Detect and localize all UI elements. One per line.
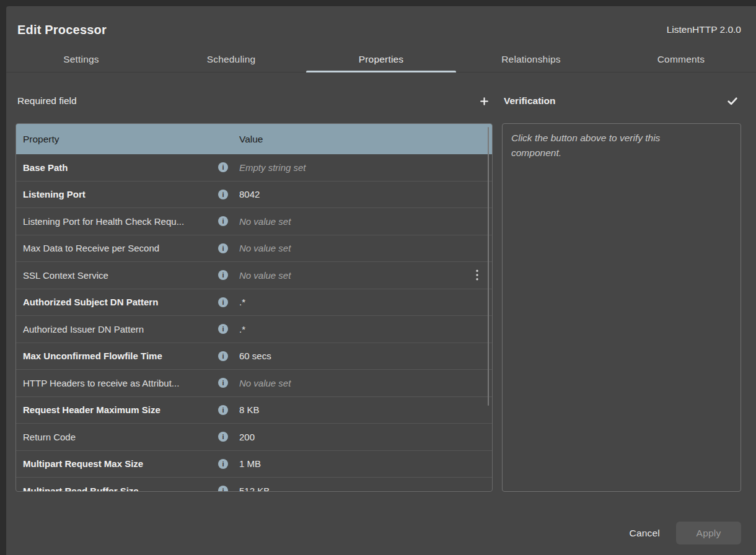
table-row[interactable]: Authorized Issuer DN Pattern i .* [16,316,492,343]
property-name-label: Max Data to Receive per Second [23,243,218,253]
property-value: 8042 [239,189,485,199]
info-icon[interactable]: i [218,270,228,280]
tab-scheduling[interactable]: Scheduling [156,47,306,72]
table-row[interactable]: Max Unconfirmed Flowfile Time i 60 secs [16,343,492,370]
table-row[interactable]: HTTP Headers to receive as Attribut... i… [16,370,492,397]
info-icon[interactable]: i [218,459,228,469]
info-icon[interactable]: i [218,216,228,226]
add-property-button[interactable] [473,90,495,112]
info-icon[interactable]: i [218,405,228,415]
processor-type-version: ListenHTTP 2.0.0 [667,24,741,35]
kebab-menu-icon[interactable] [470,268,485,282]
property-value: 512 KB [239,486,485,492]
property-name-label: Authorized Issuer DN Pattern [23,324,218,334]
property-name-label: Multipart Request Max Size [23,458,218,469]
property-name-label: Max Unconfirmed Flowfile Time [23,351,218,361]
tab-label: Settings [63,54,99,65]
table-row[interactable]: Multipart Request Max Size i 1 MB [16,451,492,478]
tab-label: Properties [359,54,404,65]
verification-section-label: Verification [504,95,556,107]
cancel-button[interactable]: Cancel [630,528,660,539]
property-name-label: Listening Port for Health Check Requ... [23,216,218,227]
table-scrollbar[interactable] [488,127,489,406]
properties-section: Required field Property Value Base Path … [15,90,493,492]
table-row[interactable]: Listening Port for Health Check Requ... … [16,208,492,235]
property-value: No value set [239,270,470,281]
property-name-label: Return Code [23,432,218,442]
tab-label: Scheduling [207,54,256,65]
tab-bar: Settings Scheduling Properties Relations… [6,47,756,72]
tab-properties[interactable]: Properties [306,47,456,72]
table-row[interactable]: Listening Port i 8042 [16,181,492,209]
tab-label: Relationships [501,54,561,65]
column-header-value: Value [239,134,485,145]
property-value: 8 KB [239,404,485,415]
tab-comments[interactable]: Comments [606,47,756,72]
apply-button[interactable]: Apply [676,522,741,544]
property-value: 60 secs [239,351,485,361]
verification-panel: Click the button above to verify this co… [502,123,741,492]
table-body: Base Path i Empty string set Listening P… [16,154,492,492]
property-value: 1 MB [239,458,485,469]
tab-relationships[interactable]: Relationships [456,47,606,72]
info-icon[interactable]: i [218,324,228,334]
properties-section-header: Required field [15,90,493,112]
property-value: No value set [239,216,485,227]
info-icon[interactable]: i [218,486,228,492]
table-header-row: Property Value [16,124,492,154]
table-row[interactable]: Request Header Maximum Size i 8 KB [16,397,492,424]
property-name-label: Base Path [23,162,218,173]
properties-table: Property Value Base Path i Empty string … [15,123,493,492]
table-row[interactable]: Base Path i Empty string set [16,154,492,181]
property-name-label: Listening Port [23,189,218,199]
info-icon[interactable]: i [218,432,228,442]
info-icon[interactable]: i [218,297,228,307]
property-name-label: SSL Context Service [23,270,218,281]
property-value: No value set [239,378,485,388]
property-name-label: HTTP Headers to receive as Attribut... [23,378,218,388]
info-icon[interactable]: i [218,351,228,361]
info-icon[interactable]: i [218,190,228,199]
property-value: Empty string set [239,162,485,173]
table-row[interactable]: SSL Context Service i No value set [16,262,492,289]
table-row[interactable]: Multipart Read Buffer Size i 512 KB [16,478,492,492]
property-name-label: Request Header Maximum Size [23,404,218,415]
column-header-property: Property [23,134,239,145]
table-row[interactable]: Authorized Subject DN Pattern i .* [16,289,492,317]
tab-label: Comments [657,54,705,65]
dialog-content: Required field Property Value Base Path … [6,72,756,492]
table-row[interactable]: Max Data to Receive per Second i No valu… [16,235,492,263]
check-icon [726,95,739,107]
info-icon[interactable]: i [218,243,228,253]
properties-section-label: Required field [17,95,77,107]
info-icon[interactable]: i [218,378,228,388]
dialog-title: Edit Processor [17,21,107,38]
tab-settings[interactable]: Settings [6,47,156,72]
property-name-label: Authorized Subject DN Pattern [23,297,218,307]
property-value: No value set [239,243,485,253]
property-value: .* [239,297,485,307]
dialog-footer: Cancel Apply [630,522,741,544]
verification-message: Click the button above to verify this co… [511,131,698,160]
verify-button[interactable] [721,90,744,112]
plus-icon [479,96,490,107]
edit-processor-dialog: Edit Processor ListenHTTP 2.0.0 Settings… [6,6,756,555]
info-icon[interactable]: i [218,162,228,172]
property-value: 200 [239,432,485,442]
dialog-header: Edit Processor ListenHTTP 2.0.0 [6,6,756,38]
property-value: .* [239,324,485,334]
property-name-label: Multipart Read Buffer Size [23,486,218,492]
table-row[interactable]: Return Code i 200 [16,424,492,451]
verification-section: Verification Click the button above to v… [502,90,741,492]
verification-section-header: Verification [502,90,741,112]
